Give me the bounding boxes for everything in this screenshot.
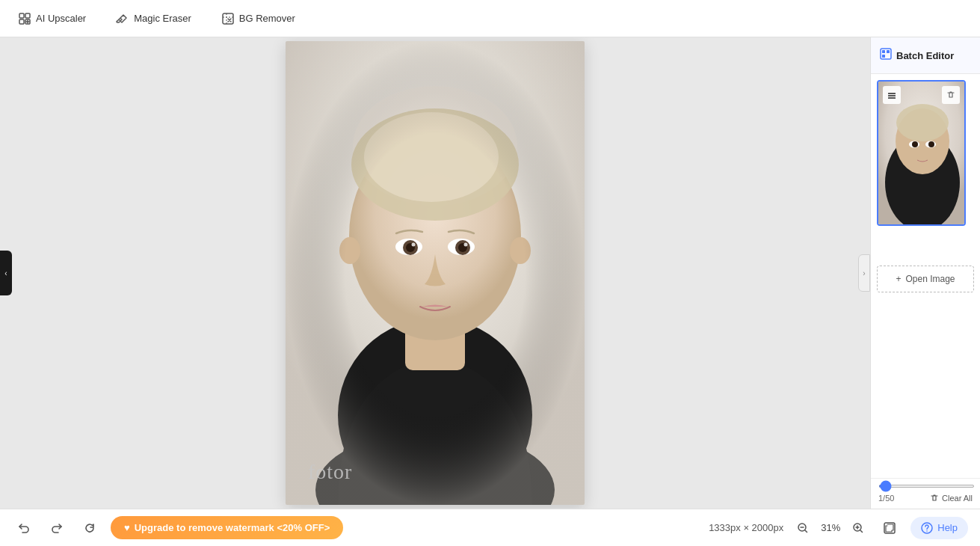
help-button[interactable]: Help xyxy=(910,517,968,539)
clear-all-button[interactable]: Clear All xyxy=(930,494,973,503)
slider-row xyxy=(878,485,973,488)
nav-item-ai-upscaler[interactable]: AI Upscaler xyxy=(12,7,92,30)
open-image-button[interactable]: + Open Image xyxy=(877,266,974,292)
svg-point-35 xyxy=(928,141,934,147)
slider-input[interactable] xyxy=(878,485,975,488)
canvas-image-svg xyxy=(286,41,585,505)
redo-button[interactable] xyxy=(45,516,69,540)
nav-item-bg-remover[interactable]: BG Remover xyxy=(215,7,301,30)
upgrade-button[interactable]: ♥ Upgrade to remove watermark <20% OFF> xyxy=(111,516,343,539)
right-panel-toggle[interactable]: › xyxy=(858,254,870,292)
thumbnail-layers-button[interactable] xyxy=(883,86,901,104)
heart-icon: ♥ xyxy=(124,522,130,533)
thumbnail-delete-button[interactable] xyxy=(942,86,960,104)
image-dimensions: 1333px × 2000px xyxy=(709,522,783,533)
nav-label-bg-remover: BG Remover xyxy=(239,13,295,24)
svg-rect-36 xyxy=(888,93,896,94)
left-panel-toggle[interactable]: ‹ xyxy=(0,251,12,295)
expand-icon xyxy=(883,521,896,535)
svg-point-43 xyxy=(926,530,928,532)
bottom-bar: ♥ Upgrade to remove watermark <20% OFF> … xyxy=(0,509,980,546)
undo-icon xyxy=(17,521,31,535)
canvas-image-container: fotor xyxy=(286,41,585,505)
watermark-text: fotor xyxy=(308,460,352,484)
image-info: 1333px × 2000px xyxy=(709,522,783,533)
redo-icon xyxy=(50,521,64,535)
nav-label-ai-upscaler: AI Upscaler xyxy=(36,13,86,24)
zoom-controls: 31% xyxy=(792,518,869,539)
svg-rect-0 xyxy=(19,13,24,18)
upgrade-label: Upgrade to remove watermark <20% OFF> xyxy=(135,522,330,533)
zoom-in-button[interactable] xyxy=(848,518,869,539)
svg-point-31 xyxy=(896,104,949,141)
batch-editor-title: Batch Editor xyxy=(896,50,954,61)
open-image-label: Open Image xyxy=(905,274,955,284)
clear-all-label: Clear All xyxy=(942,494,973,503)
zoom-out-icon xyxy=(797,522,809,534)
left-chevron-icon: ‹ xyxy=(4,269,7,277)
thumbnail-area xyxy=(871,74,980,266)
zoom-in-icon xyxy=(852,522,864,534)
image-count-label: 1/50 xyxy=(878,494,894,503)
batch-editor-icon xyxy=(880,48,892,63)
right-chevron-icon: › xyxy=(863,269,865,277)
help-label: Help xyxy=(937,522,958,533)
canvas-area: fotor xyxy=(0,37,870,509)
svg-rect-23 xyxy=(286,41,585,505)
svg-point-34 xyxy=(912,141,918,147)
nav-item-magic-eraser[interactable]: Magic Eraser xyxy=(110,7,197,30)
right-panel: Batch Editor xyxy=(870,37,980,509)
bg-remover-icon xyxy=(221,12,235,25)
svg-rect-26 xyxy=(887,50,890,53)
svg-rect-38 xyxy=(888,97,896,99)
svg-rect-25 xyxy=(882,50,885,53)
trash-icon xyxy=(930,494,939,503)
right-panel-toggle-container: › xyxy=(858,254,870,292)
svg-rect-37 xyxy=(888,95,896,96)
plus-icon: + xyxy=(896,274,901,284)
svg-rect-27 xyxy=(882,55,885,58)
rotate-button[interactable] xyxy=(78,516,102,540)
svg-rect-24 xyxy=(881,49,891,59)
rotate-icon xyxy=(83,521,96,535)
batch-editor-header: Batch Editor xyxy=(871,37,980,74)
upscaler-icon xyxy=(18,12,31,25)
nav-label-magic-eraser: Magic Eraser xyxy=(134,13,191,24)
undo-button[interactable] xyxy=(12,516,36,540)
zoom-out-button[interactable] xyxy=(792,518,813,539)
main-content: ‹ xyxy=(0,37,980,509)
top-navigation: AI Upscaler Magic Eraser BG Remover xyxy=(0,0,980,37)
right-panel-bottom: 1/50 Clear All xyxy=(871,478,980,509)
eraser-icon xyxy=(116,12,129,25)
bottom-actions: 1/50 Clear All xyxy=(878,494,973,503)
help-icon xyxy=(921,522,933,534)
zoom-level: 31% xyxy=(819,522,842,533)
svg-rect-2 xyxy=(19,19,24,24)
svg-rect-1 xyxy=(25,13,30,18)
thumbnail-item[interactable] xyxy=(877,80,966,226)
expand-button[interactable] xyxy=(878,516,902,540)
